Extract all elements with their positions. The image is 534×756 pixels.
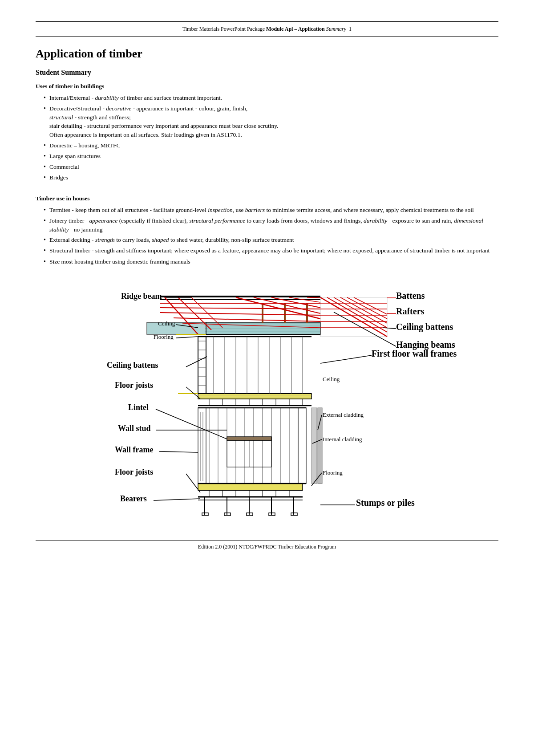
svg-line-102 [334, 297, 387, 328]
label-wall-stud: Wall stud [118, 424, 151, 433]
svg-rect-38 [227, 437, 271, 440]
list-item: Joinery timber - appearance (especially … [44, 216, 498, 234]
list-item: Structural timber - strength and stiffne… [44, 246, 498, 255]
bullets-houses: Termites - keep them out of all structur… [44, 206, 498, 266]
list-item: Bridges [44, 173, 498, 182]
svg-rect-52 [198, 394, 312, 399]
bullets-uses: Internal/External - durability of timber… [44, 93, 498, 183]
svg-line-125 [383, 328, 396, 329]
svg-rect-21 [198, 408, 206, 484]
svg-marker-79 [206, 322, 320, 334]
label-battens: Battens [396, 291, 425, 301]
label-floor-joists-lower: Floor joists [115, 467, 153, 476]
label-ridge-beam: Ridge beam [121, 292, 162, 301]
header-page: 1 [349, 26, 352, 32]
label-stumps-piles: Stumps or piles [356, 498, 415, 508]
label-internal-cladding: Internal cladding [323, 436, 362, 443]
svg-line-91 [271, 297, 320, 308]
label-external-cladding: External cladding [323, 411, 364, 418]
svg-line-122 [154, 499, 200, 500]
list-item: External decking - strength to carry loa… [44, 236, 498, 244]
list-item: Commercial [44, 163, 498, 171]
svg-line-126 [334, 312, 396, 346]
page: Timber Materials PowerPoint Package Modu… [0, 0, 534, 756]
subsection-heading-1: Uses of timber in buildings [36, 83, 498, 90]
header-bold: Module Apl – Application [266, 26, 325, 32]
svg-line-118 [156, 409, 227, 439]
label-ceiling-battens-right: Ceiling battens [396, 322, 453, 332]
svg-marker-80 [147, 322, 206, 334]
label-wall-frame: Wall frame [115, 445, 153, 454]
list-item: Size most housing timber using domestic … [44, 257, 498, 266]
label-ceiling-right: Ceiling [323, 376, 340, 382]
svg-rect-41 [312, 408, 317, 484]
header-italic: Summary [325, 26, 346, 32]
subsection-heading-2: Timber use in houses [36, 195, 498, 202]
label-flooring-left: Flooring [154, 333, 174, 340]
diagram-container: Ridge beam Ceiling Flooring Ceiling batt… [36, 279, 498, 528]
label-ceiling-left: Ceiling [158, 320, 175, 327]
list-item: Internal/External - durability of timber… [44, 93, 498, 102]
svg-rect-24 [298, 408, 306, 484]
list-item: Termites - keep them out of all structur… [44, 206, 498, 215]
section-title: Student Summary [36, 69, 498, 77]
header: Timber Materials PowerPoint Package Modu… [36, 24, 498, 37]
svg-line-93 [307, 297, 320, 298]
svg-line-127 [320, 355, 372, 363]
label-ceiling-battens-left: Ceiling battens [107, 361, 158, 370]
label-lintel: Lintel [128, 403, 149, 412]
label-first-floor-wall-frames: First floor wall frames [372, 349, 457, 358]
footer-text: Edition 2.0 (2001) NTDC/FWPRDC Timber Ed… [36, 544, 498, 550]
label-flooring-right: Flooring [323, 469, 343, 476]
svg-rect-42 [318, 408, 322, 484]
header-normal: Timber Materials PowerPoint Package [182, 26, 266, 32]
list-item: Large span structures [44, 152, 498, 161]
footer-line: Edition 2.0 (2001) NTDC/FWPRDC Timber Ed… [36, 541, 498, 550]
list-item: Domestic – housing, MRTFC [44, 141, 498, 150]
page-title: Application of timber [36, 47, 498, 61]
diagram-section: Ridge beam Ceiling Flooring Ceiling batt… [36, 279, 498, 528]
svg-line-120 [159, 451, 198, 452]
label-rafters: Rafters [396, 306, 425, 316]
svg-rect-20 [198, 484, 303, 490]
label-floor-joists-upper: Floor joists [115, 381, 153, 390]
label-bearers: Bearers [120, 494, 147, 503]
svg-line-116 [186, 357, 207, 367]
svg-line-115 [176, 337, 198, 338]
list-item: Decorative/Structural - decorative - app… [44, 104, 498, 139]
house-diagram-svg: Ridge beam Ceiling Flooring Ceiling batt… [36, 279, 498, 528]
svg-line-97 [174, 318, 320, 321]
